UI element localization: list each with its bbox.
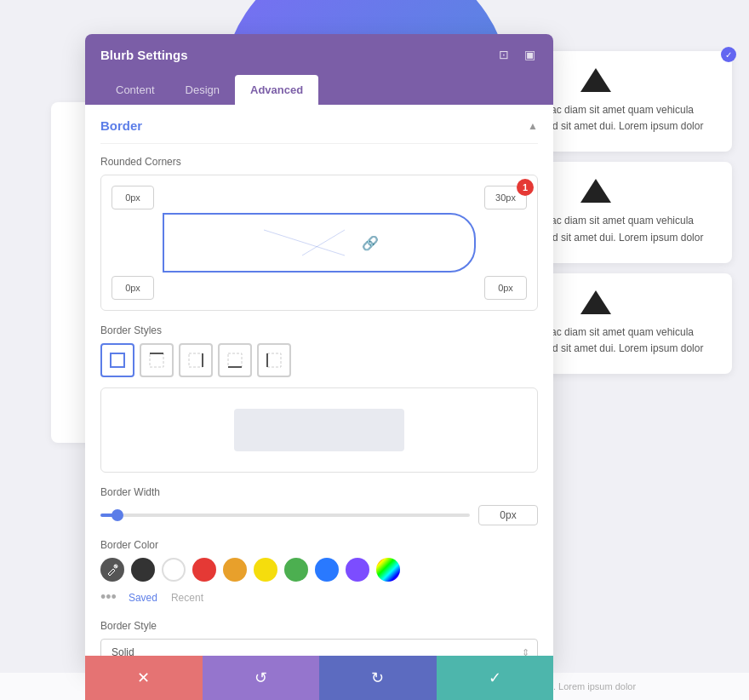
- border-top-icon: [148, 352, 165, 369]
- svg-rect-5: [189, 353, 203, 367]
- color-swatch-green[interactable]: [284, 558, 308, 582]
- svg-line-11: [115, 565, 117, 567]
- border-left-icon: [266, 352, 283, 369]
- triangle-icon-1: [580, 68, 611, 92]
- panel-tabs: Content Design Advanced: [85, 75, 553, 105]
- color-tabs-row: ••• Saved Recent: [100, 588, 538, 606]
- triangle-icon-3: [580, 290, 611, 314]
- border-width-slider[interactable]: [100, 514, 470, 517]
- border-style-top[interactable]: [140, 343, 174, 377]
- svg-rect-7: [228, 353, 242, 367]
- svg-rect-2: [111, 353, 124, 367]
- color-swatch-red[interactable]: [192, 558, 216, 582]
- action-bar: ✕ ↺ ↻ ✓: [85, 656, 553, 700]
- style-preview-inner: [234, 409, 404, 451]
- color-swatch-white[interactable]: [162, 558, 186, 582]
- color-picker-button[interactable]: [100, 558, 124, 582]
- corner-badge: 1: [517, 179, 534, 196]
- color-tab-saved[interactable]: Saved: [123, 590, 163, 605]
- corner-bottom-left[interactable]: [111, 276, 154, 300]
- tab-content[interactable]: Content: [100, 75, 170, 105]
- link-icon: 🔗: [362, 235, 379, 251]
- fullscreen-icon[interactable]: ⊡: [495, 46, 512, 63]
- color-swatch-orange[interactable]: [223, 558, 247, 582]
- eyedropper-icon: [106, 564, 118, 576]
- panel-header: Blurb Settings ⊡ ▣: [85, 34, 553, 75]
- style-preview-box: [100, 387, 538, 473]
- check-badge-top: ✓: [721, 47, 736, 62]
- border-style-label: Border Style: [100, 620, 538, 632]
- svg-rect-3: [150, 353, 163, 367]
- tab-advanced[interactable]: Advanced: [235, 75, 318, 105]
- border-section-header: Border ▲: [100, 105, 538, 144]
- border-styles-label: Border Styles: [100, 324, 538, 336]
- color-swatch-yellow[interactable]: [254, 558, 277, 582]
- color-swatch-purple[interactable]: [346, 558, 369, 582]
- border-width-label: Border Width: [100, 486, 538, 498]
- border-preview: 🔗: [163, 213, 476, 273]
- border-bottom-icon: [226, 352, 243, 369]
- tab-design[interactable]: Design: [170, 75, 235, 105]
- panel-title: Blurb Settings: [100, 48, 188, 62]
- corners-control: 1 🔗: [100, 175, 538, 311]
- panel-body: Border ▲ Rounded Corners 1 🔗: [85, 105, 553, 667]
- corner-bottom-right[interactable]: [484, 276, 527, 300]
- settings-panel: Blurb Settings ⊡ ▣ Content Design Advanc…: [85, 34, 553, 667]
- border-right-icon: [187, 352, 204, 369]
- border-section-title: Border: [100, 118, 142, 133]
- svg-line-0: [264, 230, 345, 255]
- border-style-buttons: [100, 343, 538, 377]
- save-button[interactable]: ✓: [437, 656, 554, 700]
- svg-line-1: [302, 230, 345, 255]
- border-style-left[interactable]: [257, 343, 291, 377]
- panel-header-icons: ⊡ ▣: [495, 46, 538, 63]
- border-style-all[interactable]: [100, 343, 134, 377]
- border-width-slider-row: [100, 505, 538, 525]
- border-style-right[interactable]: [179, 343, 213, 377]
- border-color-label: Border Color: [100, 539, 538, 551]
- corner-top-left[interactable]: [111, 186, 154, 209]
- section-collapse-icon[interactable]: ▲: [528, 120, 538, 132]
- color-tab-recent[interactable]: Recent: [166, 590, 209, 605]
- border-preview-lines: [260, 226, 362, 260]
- slider-thumb[interactable]: [111, 509, 123, 521]
- color-swatches: [100, 558, 538, 582]
- redo-button[interactable]: ↻: [319, 656, 437, 700]
- border-all-icon: [109, 352, 126, 369]
- undo-button[interactable]: ↺: [203, 656, 320, 700]
- border-style-bottom[interactable]: [218, 343, 252, 377]
- color-swatch-blue[interactable]: [315, 558, 339, 582]
- svg-rect-9: [267, 353, 281, 367]
- rounded-corners-label: Rounded Corners: [100, 156, 538, 168]
- color-swatch-black[interactable]: [131, 558, 155, 582]
- border-width-value[interactable]: [478, 505, 538, 525]
- color-more-icon[interactable]: •••: [100, 588, 117, 606]
- triangle-icon-2: [580, 179, 611, 203]
- cancel-button[interactable]: ✕: [85, 656, 203, 700]
- columns-icon[interactable]: ▣: [521, 46, 538, 63]
- color-swatch-gradient[interactable]: [376, 558, 400, 582]
